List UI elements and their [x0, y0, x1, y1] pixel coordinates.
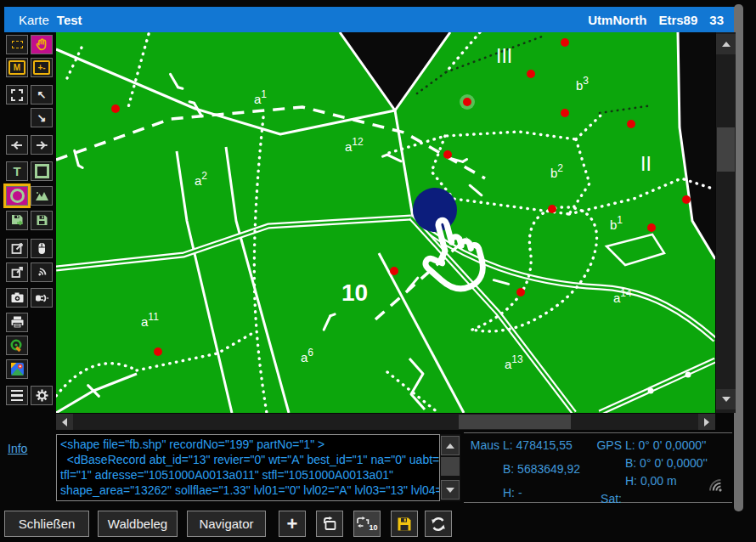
google-maps-button[interactable]: [6, 359, 28, 379]
snapshot-button[interactable]: [6, 288, 28, 308]
map-vertical-scrollbar[interactable]: [716, 32, 736, 413]
connector-button[interactable]: [31, 288, 53, 308]
add-button[interactable]: +: [279, 511, 306, 537]
terrain-tool-button[interactable]: [31, 186, 53, 206]
scroll-left-button[interactable]: [56, 414, 73, 430]
zone-label: 33: [709, 13, 724, 27]
hamburger-icon: [11, 390, 23, 401]
load-view-button[interactable]: [316, 511, 343, 537]
triangle-up-icon: [722, 42, 731, 47]
title-bar[interactable]: Karte Test UtmNorth Etrs89 33: [4, 7, 736, 32]
plug-icon: [34, 292, 49, 304]
gear-icon: [35, 388, 49, 403]
triangle-down-icon: [446, 488, 454, 493]
maus-label: Maus: [464, 437, 503, 460]
refresh-icon: [430, 516, 447, 533]
refresh-button[interactable]: [425, 511, 452, 537]
pan-button[interactable]: [31, 35, 53, 54]
map-red-dot: [561, 109, 569, 117]
datum-label: Etrs89: [658, 13, 697, 27]
left-toolbar: M +- ↖ ↘ T: [0, 32, 56, 415]
settings-button[interactable]: [31, 386, 53, 405]
maus-b-value: B: 5683649,92: [503, 460, 591, 484]
share-sheet-icon: [10, 265, 25, 279]
zoom-extent-button[interactable]: [6, 85, 28, 104]
menu-button[interactable]: [6, 386, 28, 405]
zoom-in-dir-button[interactable]: ↖: [31, 85, 53, 104]
m-icon: M: [8, 60, 25, 75]
maus-l-value: L: 478415,55: [503, 437, 591, 460]
map-red-dot: [561, 38, 569, 47]
map-red-dot: [682, 195, 691, 204]
vertical-scroll-thumb[interactable]: [717, 127, 735, 172]
square-icon: [35, 164, 49, 178]
dashed-rect-icon: [12, 41, 23, 48]
save-button[interactable]: [31, 211, 53, 230]
gps-l-value: L: 0° 0' 0,0000'': [625, 437, 732, 454]
map-horizontal-scrollbar[interactable]: [56, 414, 715, 430]
gps-label: GPS: [591, 437, 625, 454]
edit-record-button[interactable]: [6, 239, 28, 258]
scroll-up-button[interactable]: [716, 34, 736, 54]
scroll-right-button[interactable]: [698, 414, 715, 430]
extent-corners-icon: [10, 88, 24, 102]
map-label: II: [640, 153, 652, 175]
gps-b-value: B: 0° 0' 0,0000'': [625, 454, 732, 472]
sat-label: Sat:: [591, 490, 625, 508]
save-export-button[interactable]: [6, 211, 28, 230]
info-link[interactable]: Info: [8, 442, 27, 455]
info-scroll-up-button[interactable]: [441, 436, 460, 455]
view-history-10-button[interactable]: 10: [353, 511, 381, 537]
info-line: shape_area="13262" sollflae="1.33" lvl01…: [60, 483, 436, 498]
floppy-icon: [35, 213, 49, 228]
map-window: Karte Test UtmNorth Etrs89 33 M +- ↖ ↘: [0, 0, 756, 542]
circle-select-tool-button[interactable]: [6, 186, 28, 206]
triangle-up-icon: [446, 443, 454, 449]
view-next-button[interactable]: [31, 135, 53, 155]
text-label-tool-button[interactable]: T: [6, 161, 28, 181]
rect-tool-button[interactable]: [31, 161, 53, 181]
map-label: 10: [341, 279, 368, 306]
camera-icon: [10, 291, 25, 304]
info-scroll-thumb[interactable]: [441, 457, 460, 476]
coordinates-panel: Maus L: 478415,55 B: 5683649,92 H: - GPS…: [464, 432, 732, 503]
map-red-dot: [390, 267, 398, 275]
info-scroll-down-button[interactable]: [441, 480, 460, 500]
record-info-textarea[interactable]: <shape file="fb.shp" recordNo="199" part…: [56, 434, 440, 501]
history-count-label: 10: [369, 523, 377, 532]
map-canvas[interactable]: a1a12a2a11a6a13a14b1b2b3IIIII10: [56, 32, 715, 413]
mouse-settings-button[interactable]: [31, 239, 53, 258]
map-red-dot: [111, 104, 120, 113]
projection-label: UtmNorth: [588, 13, 646, 27]
mountains-icon: [35, 189, 49, 202]
map-red-dot: [516, 288, 525, 296]
close-button[interactable]: Schließen: [4, 511, 89, 537]
info-line: <shape file="fb.shp" recordNo="199" part…: [60, 437, 436, 452]
info-line: <dBaseRecord abt_id="13" revier="0" wt="…: [60, 452, 436, 467]
measure-button[interactable]: M: [6, 58, 28, 77]
map-red-dot: [527, 70, 535, 78]
plus-minus-button[interactable]: +-: [31, 58, 53, 77]
horizontal-scroll-thumb[interactable]: [459, 415, 571, 429]
view-prev-button[interactable]: [6, 135, 28, 155]
map-red-dot: [647, 223, 656, 232]
zoom-out-dir-button[interactable]: ↘: [31, 108, 53, 127]
edit-sheet-icon: [10, 241, 25, 256]
info-vertical-scrollbar[interactable]: [440, 434, 460, 501]
scroll-down-button[interactable]: [716, 389, 736, 409]
save-floppy-icon: [396, 516, 413, 533]
arrow-nw-icon: ↖: [37, 89, 47, 100]
plus-minus-icon: +-: [33, 60, 50, 75]
wifi-button[interactable]: [31, 263, 53, 282]
map-red-dot: [443, 150, 452, 159]
qgis-button[interactable]: [6, 336, 28, 355]
print-button[interactable]: [6, 313, 28, 332]
share-export-button[interactable]: [6, 263, 28, 282]
select-rect-button[interactable]: [6, 35, 28, 54]
info-line: tfl="1" adresse="1051000A0013a011" stfl=…: [60, 467, 436, 483]
info-line: lvl05="1" lvl06="" lvl07="" lvl08="" lvl…: [60, 498, 436, 501]
waldbeleg-button[interactable]: Waldbeleg: [98, 511, 178, 537]
save-map-button[interactable]: [391, 511, 418, 537]
triangle-right-icon: [704, 418, 709, 426]
navigator-button[interactable]: Navigator: [187, 511, 266, 537]
